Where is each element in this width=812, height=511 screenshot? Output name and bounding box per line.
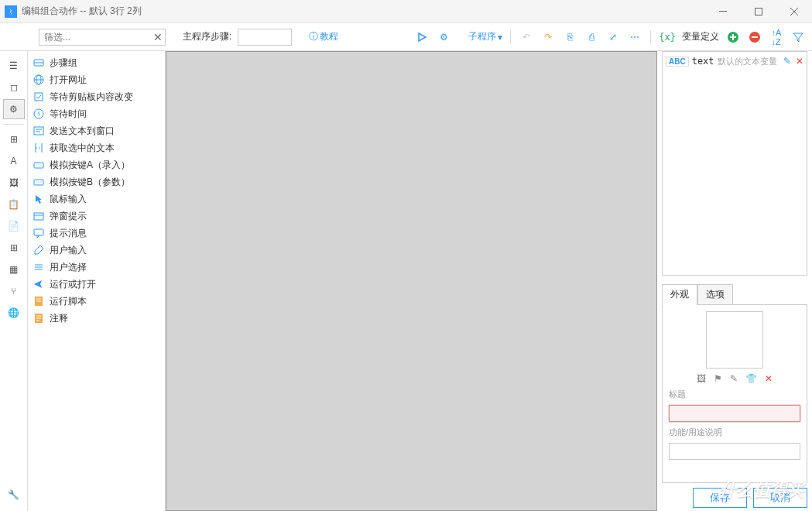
rail-branch-icon[interactable]: ⑂	[3, 281, 25, 301]
copy-icon[interactable]: ⎘	[562, 29, 577, 45]
delete-var-icon[interactable]: ✕	[796, 56, 803, 67]
action-label: 获取选中的文本	[50, 142, 115, 155]
action-label: 用户输入	[50, 244, 87, 257]
maximize-button[interactable]	[741, 0, 776, 23]
svg-rect-27	[34, 229, 43, 235]
pick-flag-icon[interactable]: ⚑	[714, 373, 722, 384]
main-steps-input[interactable]	[238, 29, 292, 46]
wait-time-icon	[33, 108, 45, 120]
sort-icon[interactable]: ↑A↓Z	[769, 29, 784, 45]
run-script-icon	[33, 295, 45, 307]
camera-icon[interactable]: ⎙	[584, 29, 599, 45]
rail-globe-icon[interactable]: 🌐	[3, 303, 25, 323]
subroutine-icon[interactable]: ⚙	[436, 29, 451, 45]
message-icon	[33, 227, 45, 239]
desc-input[interactable]	[669, 443, 800, 460]
action-send-text[interactable]: 发送文本到窗口	[29, 122, 163, 139]
action-key-b[interactable]: 模拟按键B（参数）	[29, 173, 163, 190]
action-label: 运行脚本	[50, 295, 87, 308]
pick-image-icon[interactable]: 🖼	[697, 373, 706, 384]
action-get-selected[interactable]: 获取选中的文本	[29, 139, 163, 156]
action-user-select[interactable]: 用户选择	[29, 259, 163, 276]
rail-bookmark-icon[interactable]: ◻	[3, 77, 25, 98]
run-open-icon	[33, 278, 45, 290]
action-popup[interactable]: 弹窗提示	[29, 207, 163, 225]
action-label: 打开网址	[50, 74, 87, 87]
svg-rect-11	[34, 127, 43, 135]
minimize-button[interactable]	[705, 0, 741, 23]
variable-item[interactable]: ABC text 默认的文本变量 ✎ ✕	[664, 53, 805, 69]
user-input-icon	[33, 244, 45, 256]
action-open-url[interactable]: 打开网址	[29, 71, 163, 88]
action-label: 模拟按键B（参数）	[50, 176, 130, 189]
action-group[interactable]: 步骤组	[29, 54, 163, 71]
rail-window-icon[interactable]: ⊞	[3, 129, 25, 149]
rail-doc-icon[interactable]: 📄	[3, 216, 25, 236]
subroutine-dropdown[interactable]: 子程序 ▾	[468, 30, 502, 43]
title-bar: 编辑组合动作 -- 默认 3行 2列	[0, 0, 812, 23]
tab-options[interactable]: 选项	[697, 284, 733, 305]
ok-button[interactable]: 保存	[693, 488, 747, 508]
rail-image-icon[interactable]: 🖼	[3, 173, 25, 193]
redo-icon[interactable]: ↷	[540, 29, 556, 45]
action-label: 步骤组	[50, 57, 77, 70]
tutorial-link[interactable]: ⓘ 教程	[309, 30, 338, 43]
svg-point-22	[36, 182, 37, 183]
icon-preview	[706, 311, 763, 369]
action-wait-clipboard[interactable]: 等待剪贴板内容改变	[29, 88, 163, 105]
action-label: 弹窗提示	[50, 210, 87, 223]
rail-windows-icon[interactable]: ⊞	[3, 238, 25, 258]
rail-list-icon[interactable]: ☰	[3, 56, 25, 76]
play-icon[interactable]	[414, 29, 430, 45]
title-input[interactable]	[669, 405, 800, 422]
popup-icon	[33, 210, 45, 222]
action-key-a[interactable]: 模拟按键A（录入）	[29, 156, 163, 173]
clear-filter-icon[interactable]: ✕	[153, 31, 163, 43]
window-title: 编辑组合动作 -- 默认 3行 2列	[22, 5, 705, 18]
wrench-icon[interactable]: 🔧	[3, 485, 25, 505]
action-list: 步骤组打开网址等待剪贴板内容改变等待时间发送文本到窗口获取选中的文本模拟按键A（…	[28, 51, 166, 511]
pick-color-icon[interactable]: ✎	[730, 373, 738, 384]
right-panel: ABC text 默认的文本变量 ✎ ✕ 外观 选项 🖼 ⚑ ✎ 👕 ✕ 标题 …	[657, 51, 812, 511]
rail-text-icon[interactable]: A	[3, 151, 25, 171]
svg-point-18	[36, 165, 37, 166]
filter-input[interactable]	[39, 29, 166, 46]
filter-icon[interactable]	[790, 29, 806, 45]
edit-var-icon[interactable]: ✎	[783, 56, 791, 67]
action-run-script[interactable]: 运行脚本	[29, 293, 163, 310]
add-var-icon[interactable]	[725, 29, 741, 45]
svg-point-19	[39, 165, 39, 166]
user-select-icon	[33, 261, 45, 273]
main-steps-label: 主程序步骤:	[183, 30, 231, 43]
more-icon[interactable]: ⋯	[627, 29, 642, 45]
editor-canvas[interactable]	[166, 51, 657, 511]
action-message[interactable]: 提示消息	[29, 225, 163, 242]
expand-icon[interactable]: ⤢	[605, 29, 621, 45]
clear-icon[interactable]: ✕	[765, 373, 773, 384]
action-label: 运行或打开	[50, 278, 96, 291]
rail-grid-icon[interactable]: ▦	[3, 259, 25, 280]
rail-clipboard-icon[interactable]: 📋	[3, 194, 25, 214]
close-button[interactable]	[776, 0, 812, 23]
remove-var-icon[interactable]	[747, 29, 762, 45]
action-label: 模拟按键A（录入）	[50, 159, 130, 172]
variable-list: ABC text 默认的文本变量 ✎ ✕	[662, 51, 807, 276]
action-mouse[interactable]: 鼠标输入	[29, 190, 163, 207]
cancel-button[interactable]: 取消	[753, 488, 807, 508]
get-selected-icon	[33, 142, 45, 154]
action-user-input[interactable]: 用户输入	[29, 242, 163, 259]
tab-appearance[interactable]: 外观	[662, 284, 697, 305]
undo-icon[interactable]: ↶	[519, 29, 534, 45]
var-desc: 默认的文本变量	[718, 56, 779, 67]
open-url-icon	[33, 74, 45, 86]
wait-clipboard-icon	[33, 91, 45, 103]
action-comment[interactable]: 注释	[29, 310, 163, 327]
svg-rect-25	[34, 213, 43, 220]
action-wait-time[interactable]: 等待时间	[29, 105, 163, 122]
info-icon: ⓘ	[309, 30, 318, 43]
pick-shirt-icon[interactable]: 👕	[745, 373, 757, 384]
svg-point-23	[39, 182, 39, 183]
property-panel: 🖼 ⚑ ✎ 👕 ✕ 标题 功能/用途说明	[662, 304, 807, 483]
action-run-open[interactable]: 运行或打开	[29, 276, 163, 293]
rail-settings-icon[interactable]: ⚙	[3, 99, 25, 119]
